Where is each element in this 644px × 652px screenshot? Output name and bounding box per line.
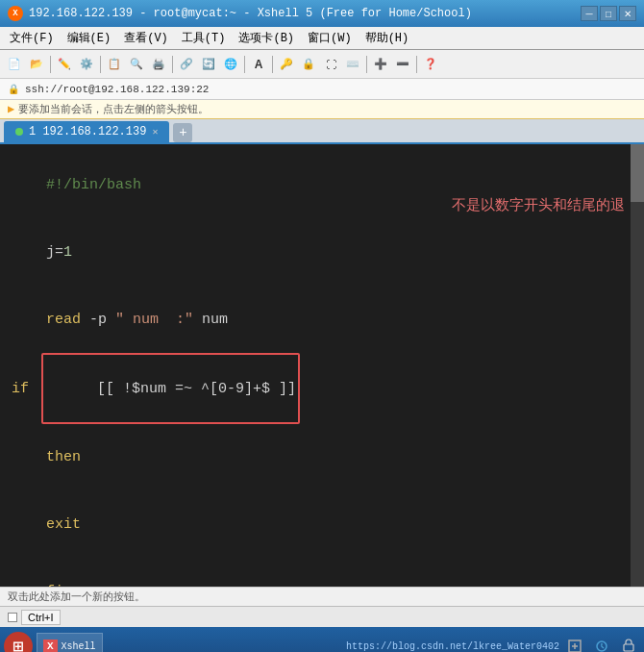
- app-icon: X: [8, 6, 23, 21]
- num-1: 1: [63, 244, 72, 261]
- toolbar: 📄 📂 ✏️ ⚙️ 📋 🔍 🖨️ 🔗 🔄 🌐 A 🔑 🔒 ⛶ ⌨️ ➕ ➖ ❓: [0, 50, 644, 79]
- tab-status-indicator: [15, 128, 23, 136]
- sep6: [366, 56, 367, 73]
- title-bar-left: X 192.168.122.139 - root@mycat:~ - Xshel…: [8, 6, 472, 21]
- editor-area[interactable]: #!/bin/bash j=1 read -p " num :" num if …: [0, 144, 644, 587]
- svg-rect-2: [624, 644, 633, 651]
- refresh-btn[interactable]: 🔄: [198, 54, 219, 75]
- globe-btn[interactable]: 🌐: [220, 54, 241, 75]
- tab-add-btn[interactable]: +: [173, 123, 192, 142]
- close-button[interactable]: ✕: [619, 6, 636, 21]
- zoom-in-btn[interactable]: ➕: [370, 54, 391, 75]
- edit-btn[interactable]: ✏️: [54, 54, 75, 75]
- read-cmd: read: [46, 312, 81, 328]
- var-j: j: [46, 244, 55, 261]
- zoom-out-btn[interactable]: ➖: [392, 54, 413, 75]
- window-controls: ─ □ ✕: [581, 6, 636, 21]
- window-title: 192.168.122.139 - root@mycat:~ - Xshell …: [29, 7, 472, 20]
- fi-keyword: fi: [46, 584, 63, 587]
- taskbar-icon-3: [617, 635, 640, 652]
- open-btn[interactable]: 📂: [26, 54, 47, 75]
- exit-keyword: exit: [46, 516, 81, 533]
- taskbar-app-item[interactable]: X Xshell: [37, 633, 103, 652]
- menu-help[interactable]: 帮助(H): [359, 28, 415, 48]
- info-icon: ▶: [8, 102, 14, 116]
- info-message: 要添加当前会话，点击左侧的箭头按钮。: [18, 102, 209, 116]
- then-keyword: then: [46, 449, 81, 465]
- scroll-track[interactable]: [631, 144, 644, 587]
- url-hint: https://blog.csdn.net/lkree_Water0402: [346, 641, 559, 652]
- taskbar-right: https://blog.csdn.net/lkree_Water0402: [346, 635, 640, 652]
- session-tab[interactable]: 1 192.168.122.139 ✕: [4, 121, 169, 142]
- code-line-2: j=1: [12, 219, 632, 287]
- scroll-thumb[interactable]: [631, 144, 644, 202]
- address-bar: 🔒 ssh://root@192.168.122.139:22: [0, 79, 644, 100]
- title-bar: X 192.168.122.139 - root@mycat:~ - Xshel…: [0, 0, 644, 27]
- key-btn[interactable]: 🔑: [276, 54, 297, 75]
- shebang: #!/bin/bash: [46, 177, 141, 193]
- code-line-5: then: [12, 424, 632, 491]
- checkbox-icon[interactable]: [8, 613, 17, 622]
- taskbar-icon-2: [590, 635, 613, 652]
- start-button[interactable]: ⊞: [4, 632, 33, 652]
- status-message: 双击此处添加一个新的按钮。: [8, 589, 145, 604]
- sep3: [172, 56, 173, 73]
- sep7: [416, 56, 417, 73]
- tab-close-btn[interactable]: ✕: [152, 126, 158, 138]
- info-bar: ▶ 要添加当前会话，点击左侧的箭头按钮。: [0, 100, 644, 119]
- menu-tools[interactable]: 工具(T): [176, 28, 232, 48]
- if-condition-box: [[ !$num =~ ^[0-9]+$ ]]: [41, 353, 300, 424]
- if-keyword: if: [12, 378, 37, 400]
- read-prompt: " num :": [115, 312, 193, 328]
- ctrl-i-label: Ctrl+I: [28, 612, 54, 623]
- ctrl-i-button[interactable]: Ctrl+I: [21, 610, 61, 625]
- taskbar-app-label: Xshell: [62, 641, 96, 652]
- lock-icon: 🔒: [8, 84, 19, 95]
- minimize-button[interactable]: ─: [581, 6, 598, 21]
- menu-bar: 文件(F) 编辑(E) 查看(V) 工具(T) 选项卡(B) 窗口(W) 帮助(…: [0, 27, 644, 50]
- fullscreen-btn[interactable]: ⛶: [320, 54, 341, 75]
- find-btn[interactable]: 🔍: [126, 54, 147, 75]
- taskbar-icon-1: [563, 635, 586, 652]
- properties-btn[interactable]: ⚙️: [76, 54, 97, 75]
- tab-label: 1 192.168.122.139: [29, 125, 146, 138]
- maximize-button[interactable]: □: [600, 6, 617, 21]
- code-line-3: read -p " num :" num: [12, 287, 632, 354]
- new-btn[interactable]: 📄: [4, 54, 25, 75]
- start-icon: ⊞: [13, 636, 24, 652]
- sep4: [244, 56, 245, 73]
- font-btn[interactable]: A: [248, 54, 269, 75]
- menu-tabs[interactable]: 选项卡(B): [233, 28, 300, 48]
- taskbar: ⊞ X Xshell https://blog.csdn.net/lkree_W…: [0, 627, 644, 652]
- lock-btn[interactable]: 🔒: [298, 54, 319, 75]
- taskbar-app-icon: X: [43, 639, 58, 652]
- sep2: [100, 56, 101, 73]
- print-btn[interactable]: 🖨️: [148, 54, 169, 75]
- code-line-4: if [[ !$num =~ ^[0-9]+$ ]] 不是以数字开头和结尾的退: [12, 353, 632, 424]
- annotation-text: 不是以数字开头和结尾的退: [452, 194, 625, 216]
- bottom-toolbar: Ctrl+I: [0, 606, 644, 627]
- kb-btn[interactable]: ⌨️: [342, 54, 363, 75]
- menu-view[interactable]: 查看(V): [118, 28, 174, 48]
- sep1: [50, 56, 51, 73]
- code-line-7: fi: [12, 559, 632, 588]
- sep5: [272, 56, 273, 73]
- help-btn[interactable]: ❓: [420, 54, 441, 75]
- tab-bar: 1 192.168.122.139 ✕ +: [0, 119, 644, 144]
- menu-window[interactable]: 窗口(W): [302, 28, 358, 48]
- address-url: ssh://root@192.168.122.139:22: [25, 84, 209, 95]
- status-bar: 双击此处添加一个新的按钮。: [0, 587, 644, 606]
- menu-file[interactable]: 文件(F): [4, 28, 60, 48]
- code-line-6: exit: [12, 491, 632, 559]
- connect-btn[interactable]: 🔗: [176, 54, 197, 75]
- menu-edit[interactable]: 编辑(E): [62, 28, 117, 48]
- copy-btn[interactable]: 📋: [104, 54, 125, 75]
